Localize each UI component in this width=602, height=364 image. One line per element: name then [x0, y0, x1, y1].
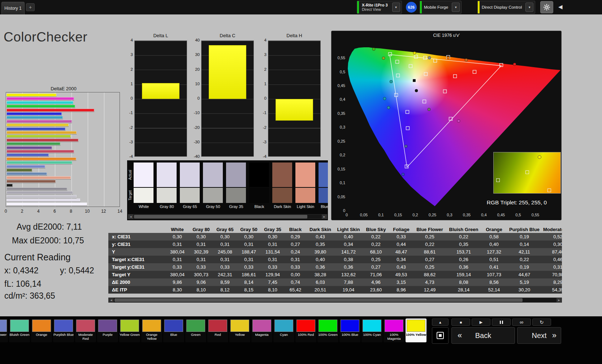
display-control-selector[interactable]: Direct Display Control ▼	[477, 1, 535, 14]
deltae-x-tick: 14	[116, 209, 124, 214]
sample-button-100-red[interactable]: 100% Red	[295, 318, 316, 342]
row-label: ΔE ITP	[108, 286, 165, 294]
table-corner-cell	[108, 226, 165, 233]
scroll-left-icon[interactable]: ◄	[128, 214, 133, 219]
sample-button-orange-yellow[interactable]: Orange Yellow	[141, 318, 162, 342]
swatch-strip-scrollbar[interactable]: ◄ ►	[128, 214, 327, 219]
sample-button-100-cyan[interactable]: 100% Cyan	[361, 318, 382, 342]
table-scroll-left-icon[interactable]: ◄	[109, 298, 114, 302]
table-cell: 30,20	[507, 286, 542, 294]
sample-button-blue-flower[interactable]: Blue Flower	[0, 318, 8, 342]
sample-button-moderate-red[interactable]: Moderate Red	[75, 318, 96, 342]
table-cell: 0,31	[285, 256, 306, 263]
measured-point	[447, 56, 450, 59]
nav-up-button[interactable]: ▲	[432, 318, 449, 326]
mini-axis-tick: 30	[190, 52, 200, 57]
table-cell: 65,42	[285, 286, 306, 294]
sample-button-purplish-blue[interactable]: Purplish Blue	[53, 318, 74, 342]
refresh-button[interactable]: ↻	[532, 318, 551, 326]
patch-preview-thumbnail	[493, 152, 561, 194]
sample-button-100-green[interactable]: 100% Green	[317, 318, 338, 342]
table-cell: 8,96	[389, 286, 413, 294]
table-cell: 0,31	[261, 240, 285, 248]
table-cell: 0,31	[237, 240, 261, 248]
meter-chevron-down-icon[interactable]: ▼	[392, 3, 400, 12]
cie-y-tick: 0,05	[334, 195, 345, 199]
table-cell: 8,10	[261, 286, 285, 294]
swatch-scrollbar-thumb[interactable]	[134, 215, 307, 218]
meter-label: X-Rite i1Pro 3 Direct View	[359, 1, 391, 13]
settings-button[interactable]	[540, 1, 553, 13]
source-chevron-down-icon[interactable]: ▼	[452, 3, 460, 12]
stop-button[interactable]: ■	[451, 318, 470, 326]
scroll-right-icon[interactable]: ►	[322, 214, 327, 219]
actual-row-label: Actual	[128, 163, 133, 186]
deltae-bar-red	[7, 139, 78, 142]
sample-swatch	[54, 320, 73, 332]
delta-c-title: Delta C	[201, 33, 254, 38]
back-button[interactable]: « Back	[451, 327, 515, 344]
swatch-target	[157, 188, 177, 203]
deltae-bar-magenta	[7, 120, 72, 123]
table-scrollbar[interactable]: ◄ ►	[108, 298, 562, 303]
table-cell: 0,35	[446, 240, 481, 248]
sample-button-cyan[interactable]: Cyan	[273, 318, 294, 342]
swatch-target	[134, 188, 153, 203]
column-header-gray-35: Gray 35	[261, 226, 285, 233]
source-selector[interactable]: Mobile Forge ▼	[420, 1, 462, 14]
table-cell: 49,53	[389, 271, 413, 278]
table-cell: 0,58	[481, 233, 507, 240]
add-tab-button[interactable]: +	[26, 3, 35, 11]
mini-axis-tick: -1	[123, 110, 133, 115]
table-cell: 302,39	[189, 248, 213, 256]
sample-button-purple[interactable]: Purple	[97, 318, 118, 342]
sample-button-100-blue[interactable]: 100% Blue	[339, 318, 360, 342]
pause-button[interactable]	[492, 318, 511, 326]
sample-button-bluish-green[interactable]: Bluish Green	[9, 318, 30, 342]
sample-button-yellow[interactable]: Yellow	[229, 318, 250, 342]
sample-button-100-yellow[interactable]: 100% Yellow	[406, 318, 426, 342]
table-scrollbar-thumb[interactable]	[114, 298, 523, 302]
sample-button-orange[interactable]: Orange	[31, 318, 52, 342]
deltae-bar-gray-65	[7, 195, 77, 198]
play-button[interactable]: ▶	[472, 318, 490, 326]
table-cell: 0,27	[413, 256, 446, 263]
delta-l-title: Delta L	[134, 33, 187, 38]
deltae-bar-black	[7, 184, 13, 187]
collapse-panel-icon[interactable]: ◀	[558, 4, 563, 10]
table-cell: 0,27	[363, 263, 389, 271]
measured-point	[428, 108, 430, 111]
table-cell: 0,40	[334, 233, 363, 240]
target-point	[500, 64, 503, 67]
cie-y-tick: 0,45	[334, 83, 345, 88]
sample-button-100-magenta[interactable]: 100% Magenta	[384, 318, 404, 342]
mini-axis-tick: 3	[256, 52, 267, 57]
table-cell: 0,26	[446, 256, 481, 263]
table-cell: 0,51	[481, 256, 507, 263]
display-control-chevron-down-icon[interactable]: ▼	[525, 3, 533, 12]
sample-button-magenta[interactable]: Magenta	[251, 318, 272, 342]
swatch-actual	[203, 162, 223, 187]
continuous-measure-button[interactable]: ∞	[512, 318, 531, 326]
sample-button-green[interactable]: Green	[185, 318, 206, 342]
tab-history-1[interactable]: History 1	[1, 2, 25, 14]
next-button[interactable]: Next »	[517, 327, 561, 344]
table-cell: 0,44	[389, 240, 413, 248]
table-scroll-right-icon[interactable]: ►	[556, 298, 562, 302]
sample-swatch	[142, 320, 161, 332]
sample-button-blue[interactable]: Blue	[163, 318, 184, 342]
cie-x-tick: 0,35	[460, 213, 473, 217]
sample-swatch	[385, 320, 403, 332]
sample-swatch	[120, 320, 139, 332]
table-cell: 0,31	[542, 263, 562, 271]
sample-button-red[interactable]: Red	[207, 318, 228, 342]
back-chevrons-icon: «	[458, 331, 462, 340]
meter-selector[interactable]: X-Rite i1Pro 3 Direct View ▼	[357, 1, 402, 14]
table-cell: 159,14	[446, 271, 481, 278]
table-cell: 5,19	[507, 278, 542, 286]
table-cell: 87,40	[542, 248, 562, 256]
display-window-button[interactable]	[432, 327, 449, 344]
table-cell: 0,35	[306, 240, 334, 248]
cie-y-tick: 0,15	[334, 167, 345, 171]
sample-button-yellow-green[interactable]: Yellow Green	[119, 318, 140, 342]
